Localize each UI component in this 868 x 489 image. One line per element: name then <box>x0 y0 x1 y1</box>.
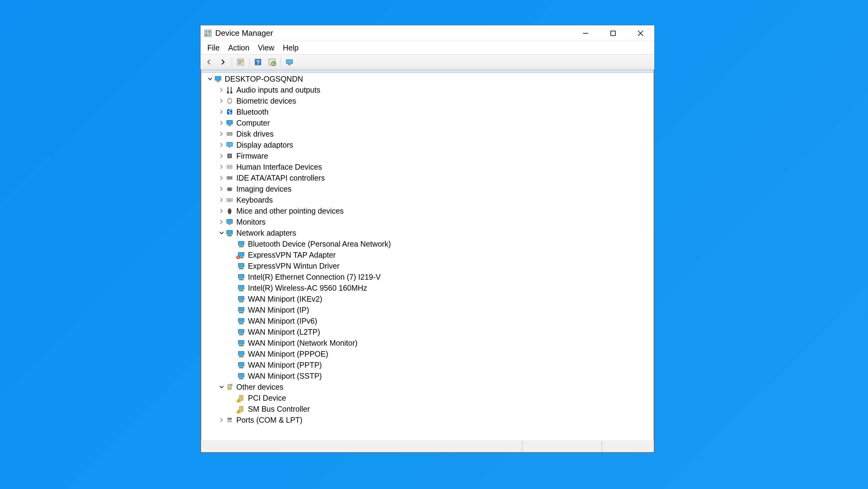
tree-category-label: Imaging devices <box>236 184 291 194</box>
menu-help[interactable]: Help <box>279 42 303 54</box>
toolbar <box>200 55 654 69</box>
expand-icon[interactable] <box>218 218 225 226</box>
computer-icon <box>225 119 234 127</box>
tree-device-label: SM Bus Controller <box>248 405 310 413</box>
tree-category[interactable]: Display adaptors <box>202 139 653 150</box>
tree-device[interactable]: SM Bus Controller <box>202 403 653 414</box>
tree-device-label: WAN Miniport (IP) <box>248 306 309 315</box>
device-tree[interactable]: DESKTOP-OGSQNDNAudio inputs and outputsB… <box>202 73 653 441</box>
bluetooth-icon <box>225 108 234 116</box>
collapse-icon[interactable] <box>218 229 225 236</box>
expand-icon[interactable] <box>218 86 225 93</box>
tree-device[interactable]: WAN Miniport (IP) <box>202 305 653 315</box>
minimize-button[interactable] <box>572 25 599 41</box>
tree-category[interactable]: Imaging devices <box>202 183 653 194</box>
tree-device-label: Intel(R) Ethernet Connection (7) I219-V <box>248 272 381 282</box>
tree-device[interactable]: WAN Miniport (PPPOE) <box>202 348 653 359</box>
tree-device-label: WAN Miniport (Network Monitor) <box>248 339 358 347</box>
tree-device[interactable]: Intel(R) Wireless-AC 9560 160MHz <box>202 282 653 293</box>
menu-action[interactable]: Action <box>224 42 253 54</box>
expand-icon[interactable] <box>218 174 225 181</box>
firmware-icon <box>225 152 234 160</box>
tree-device[interactable]: WAN Miniport (L2TP) <box>202 326 653 337</box>
expand-icon[interactable] <box>218 207 225 214</box>
collapse-icon[interactable] <box>207 75 214 83</box>
ide-icon <box>225 174 234 182</box>
net-icon <box>237 361 245 369</box>
tree-category[interactable]: Network adapters <box>202 227 653 238</box>
close-button[interactable] <box>627 25 654 41</box>
menu-view[interactable]: View <box>254 42 279 54</box>
expand-icon[interactable] <box>218 163 225 171</box>
net-icon <box>237 350 245 358</box>
tree-device[interactable]: WAN Miniport (PPTP) <box>202 359 653 370</box>
tree-category[interactable]: Other devices <box>202 381 653 393</box>
tree-category-label: Monitors <box>236 218 266 227</box>
expand-icon[interactable] <box>218 152 225 160</box>
net-icon <box>237 372 245 380</box>
tree-category[interactable]: Mice and other pointing devices <box>202 205 653 217</box>
toolbar-back[interactable] <box>203 56 216 68</box>
app-icon <box>204 29 212 37</box>
toolbar-help[interactable] <box>251 56 265 68</box>
tree-device[interactable]: WAN Miniport (Network Monitor) <box>202 337 653 348</box>
tree-category[interactable]: Computer <box>202 117 653 128</box>
tree-device-label: WAN Miniport (SSTP) <box>248 372 322 380</box>
collapse-icon[interactable] <box>218 383 225 391</box>
tree-device[interactable]: ExpressVPN Wintun Driver <box>202 260 653 271</box>
tree-category[interactable]: Monitors <box>202 217 653 227</box>
status-panel <box>522 440 602 452</box>
status-panel <box>602 440 654 452</box>
tree-category-label: Keyboards <box>236 196 273 204</box>
maximize-button[interactable] <box>599 25 627 41</box>
tree-category-label: Display adaptors <box>236 141 293 149</box>
column-header[interactable] <box>202 70 653 73</box>
tree-device[interactable]: Bluetooth Device (Personal Area Network) <box>202 238 653 250</box>
tree-root[interactable]: DESKTOP-OGSQNDN <box>202 74 653 84</box>
hid-icon <box>225 163 234 171</box>
expand-icon[interactable] <box>218 119 225 126</box>
expand-icon[interactable] <box>218 185 225 193</box>
tree-category-label: IDE ATA/ATAPI controllers <box>236 174 325 182</box>
tree-category[interactable]: Bluetooth <box>202 106 653 117</box>
tree-category[interactable]: Firmware <box>202 150 653 161</box>
toolbar-show[interactable] <box>283 56 296 68</box>
tree-category-label: Ports (COM & LPT) <box>236 415 303 425</box>
toolbar-forward[interactable] <box>216 56 230 68</box>
tree-device[interactable]: WAN Miniport (IKEv2) <box>202 293 653 305</box>
tree-device[interactable]: Intel(R) Ethernet Connection (7) I219-V <box>202 271 653 282</box>
tree-device[interactable]: WAN Miniport (IPv6) <box>202 315 653 326</box>
tree-device[interactable]: WAN Miniport (SSTP) <box>202 370 653 381</box>
other-icon <box>225 383 234 391</box>
menu-file[interactable]: File <box>203 42 224 54</box>
keyboard-icon <box>225 196 234 204</box>
tree-category[interactable]: IDE ATA/ATAPI controllers <box>202 172 653 183</box>
expand-icon[interactable] <box>218 108 225 116</box>
tree-device[interactable]: ExpressVPN TAP Adapter <box>202 250 653 260</box>
toolbar-scan[interactable] <box>265 56 279 68</box>
net-icon <box>237 306 245 314</box>
tree-category[interactable]: Audio inputs and outputs <box>202 84 653 95</box>
tree-category[interactable]: Keyboards <box>202 194 653 205</box>
tree-category[interactable]: Biometric devices <box>202 95 653 106</box>
tree-category-label: Network adapters <box>236 229 296 237</box>
expand-icon[interactable] <box>218 141 225 148</box>
tree-category[interactable]: Ports (COM & LPT) <box>202 414 653 426</box>
tree-device-label: Intel(R) Wireless-AC 9560 160MHz <box>248 284 367 292</box>
disk-icon <box>225 130 234 138</box>
tree-category[interactable]: Disk drives <box>202 128 653 139</box>
expand-icon[interactable] <box>218 416 225 424</box>
toolbar-properties[interactable] <box>234 56 247 68</box>
svg-rect-64 <box>611 31 616 35</box>
tree-device-label: WAN Miniport (PPPOE) <box>248 350 328 358</box>
tree-category[interactable]: Human Interface Devices <box>202 161 653 172</box>
expand-icon[interactable] <box>218 196 225 204</box>
net-icon <box>237 272 245 281</box>
titlebar[interactable]: Device Manager <box>200 25 654 41</box>
net-icon <box>237 295 245 303</box>
tree-category-label: Bluetooth <box>236 108 269 116</box>
expand-icon[interactable] <box>218 97 225 105</box>
expand-icon[interactable] <box>218 130 225 138</box>
tree-device[interactable]: PCI Device <box>202 393 653 403</box>
toolbar-separator <box>249 57 249 67</box>
